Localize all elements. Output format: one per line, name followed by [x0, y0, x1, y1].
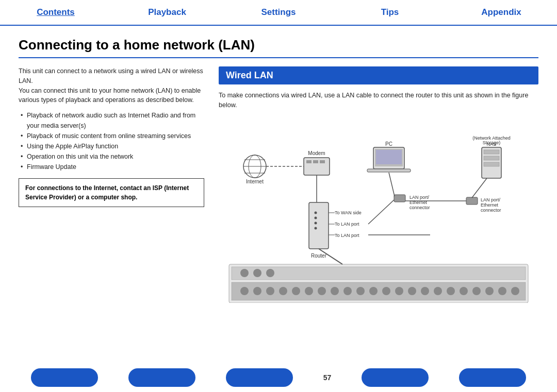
wired-description: To make connections via wired LAN, use a… [219, 91, 538, 110]
svg-point-58 [395, 287, 403, 295]
svg-point-64 [472, 287, 481, 295]
nav-contents[interactable]: Contents [0, 0, 111, 25]
svg-point-62 [447, 287, 455, 295]
list-item: Playback of network audio such as Intern… [19, 110, 204, 131]
svg-rect-41 [232, 267, 526, 280]
warning-box: For connections to the Internet, contact… [19, 178, 204, 207]
list-item: Using the Apple AirPlay function [19, 141, 204, 151]
svg-point-23 [315, 221, 317, 224]
svg-line-37 [389, 173, 395, 196]
svg-text:connector: connector [409, 205, 430, 210]
svg-rect-42 [232, 282, 526, 300]
main-content: Connecting to a home network (LAN) This … [0, 26, 557, 308]
svg-point-24 [315, 227, 317, 229]
warning-text: For connections to the Internet, contact… [25, 184, 189, 201]
svg-rect-9 [320, 160, 325, 163]
svg-rect-15 [484, 150, 499, 154]
modem-label: Modem [308, 150, 325, 156]
svg-line-38 [472, 178, 487, 198]
svg-rect-8 [313, 160, 318, 163]
nav-settings[interactable]: Settings [223, 0, 334, 25]
list-item: Operation on this unit via the network [19, 151, 204, 162]
svg-rect-34 [466, 197, 478, 204]
svg-point-65 [485, 287, 494, 295]
svg-rect-13 [367, 169, 411, 172]
list-item: Playback of music content from online st… [19, 131, 204, 141]
svg-point-53 [331, 287, 339, 295]
svg-point-59 [408, 287, 416, 295]
svg-point-66 [498, 287, 506, 295]
svg-rect-31 [394, 195, 405, 202]
svg-rect-12 [376, 150, 402, 164]
left-column: This unit can connect to a network using… [19, 66, 204, 303]
svg-point-21 [315, 211, 317, 214]
svg-point-52 [318, 287, 326, 295]
page-title: Connecting to a home network (LAN) [19, 37, 538, 58]
bottom-navigation: 57 [0, 363, 557, 392]
wired-lan-header: Wired LAN [219, 66, 538, 84]
svg-point-44 [253, 269, 261, 277]
svg-rect-20 [309, 202, 329, 249]
list-item: Firmware Update [19, 162, 204, 172]
svg-point-54 [343, 287, 352, 295]
svg-point-49 [279, 287, 287, 295]
wan-label: To WAN side [335, 210, 362, 215]
svg-point-46 [240, 287, 249, 295]
internet-label: Internet [246, 179, 264, 184]
bottom-btn-4[interactable] [362, 368, 429, 387]
nav-playback[interactable]: Playback [111, 0, 223, 25]
svg-point-60 [421, 287, 429, 295]
nav-appendix[interactable]: Appendix [446, 0, 557, 25]
svg-point-63 [460, 287, 468, 295]
diagram-area: Internet Modem PC [219, 117, 538, 303]
bottom-btn-2[interactable] [128, 368, 195, 387]
page-number: 57 [323, 373, 332, 382]
svg-point-61 [434, 287, 442, 295]
bottom-btn-5[interactable] [459, 368, 526, 387]
lan1-label: To LAN port [335, 221, 359, 227]
bottom-btn-3[interactable] [226, 368, 293, 387]
svg-rect-16 [484, 156, 499, 160]
svg-text:Ethernet: Ethernet [481, 202, 499, 208]
feature-list: Playback of network audio such as Intern… [19, 110, 204, 172]
svg-point-45 [266, 269, 274, 277]
svg-point-48 [266, 287, 274, 295]
bottom-btn-1[interactable] [31, 368, 98, 387]
right-column: Wired LAN To make connections via wired … [219, 66, 538, 303]
top-navigation: Contents Playback Settings Tips Appendix [0, 0, 557, 26]
nas-eth-label: LAN port/ [481, 197, 501, 202]
nav-tips[interactable]: Tips [334, 0, 446, 25]
svg-point-50 [292, 287, 300, 295]
router-label: Router [311, 253, 327, 259]
svg-point-57 [382, 287, 390, 295]
svg-text:connector: connector [481, 208, 501, 213]
svg-point-47 [253, 287, 261, 295]
two-column-layout: This unit can connect to a network using… [19, 66, 538, 303]
svg-point-55 [356, 287, 365, 295]
lan2-label: To LAN port [335, 233, 359, 238]
svg-rect-7 [306, 160, 312, 163]
svg-point-56 [369, 287, 378, 295]
svg-point-51 [305, 287, 313, 295]
intro-paragraph-1: This unit can connect to a network using… [19, 66, 204, 105]
svg-text:Storage): Storage) [483, 140, 501, 145]
pc-eth-label: LAN port/ [409, 195, 430, 200]
svg-point-22 [315, 216, 317, 219]
svg-point-43 [240, 269, 249, 277]
svg-point-67 [511, 287, 519, 295]
network-diagram: Internet Modem PC [219, 117, 538, 303]
pc-label: PC [385, 141, 392, 147]
svg-line-29 [368, 200, 394, 224]
svg-rect-17 [484, 162, 499, 166]
